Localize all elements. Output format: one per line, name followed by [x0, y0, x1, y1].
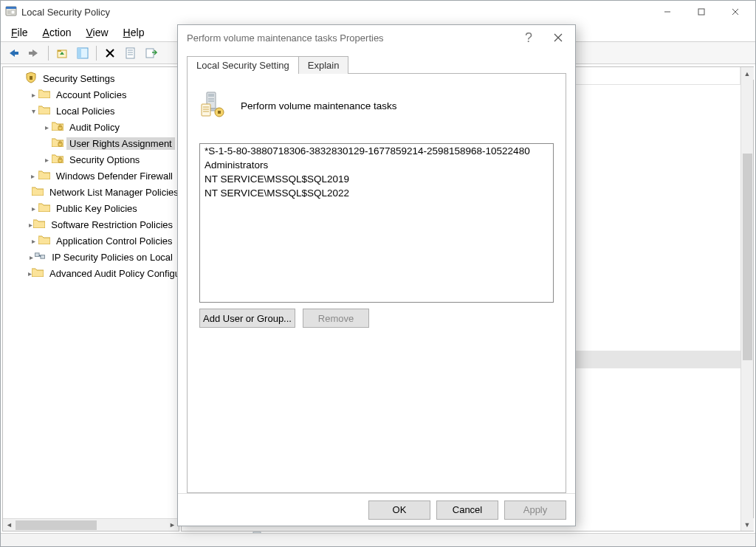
user-entry[interactable]: Administrators — [200, 158, 553, 172]
menu-action[interactable]: Action — [35, 25, 79, 40]
chevron-down-icon[interactable]: ▾ — [28, 107, 38, 115]
dialog-titlebar: Perform volume maintenance tasks Propert… — [178, 25, 575, 50]
dialog-close-button[interactable] — [546, 28, 571, 47]
tab-local-security-setting[interactable]: Local Security Setting — [187, 56, 299, 74]
tree-hscrollbar[interactable]: ◄ ► — [3, 518, 179, 531]
svg-rect-23 — [30, 76, 32, 80]
back-button[interactable] — [5, 44, 23, 62]
ok-button[interactable]: OK — [368, 500, 430, 520]
scroll-up-icon[interactable]: ▲ — [741, 67, 754, 80]
svg-rect-1 — [6, 7, 16, 9]
tree-item[interactable]: ▸Account Policies — [4, 86, 179, 103]
tab-panel: Perform volume maintenance tasks *S-1-5-… — [187, 74, 566, 493]
window-title: Local Security Policy — [21, 7, 110, 18]
tree-item[interactable]: ▸Software Restriction Policies — [4, 216, 179, 233]
chevron-right-icon[interactable]: ▸ — [41, 123, 52, 131]
user-entry[interactable]: *S-1-5-80-3880718306-3832830129-16778592… — [200, 144, 553, 158]
tab-explain[interactable]: Explain — [298, 56, 349, 74]
user-entry[interactable]: NT SERVICE\MSSQL$SQL2019 — [200, 172, 553, 186]
folder-icon — [38, 89, 53, 100]
chevron-right-icon[interactable]: ▸ — [28, 91, 38, 99]
tree-item[interactable]: ▸Network List Manager Policies — [4, 184, 179, 200]
window-controls — [650, 1, 752, 23]
tree-item[interactable]: ▸Advanced Audit Policy Configuration — [4, 265, 179, 281]
svg-rect-2 — [7, 10, 10, 14]
minimize-button[interactable] — [650, 1, 684, 23]
properties-dialog: Perform volume maintenance tasks Propert… — [177, 24, 576, 526]
user-buttons: Add User or Group... Remove — [199, 309, 554, 328]
tree-item[interactable]: ▸Audit Policy — [4, 119, 179, 135]
svg-rect-9 — [14, 52, 18, 55]
properties-button[interactable] — [122, 44, 140, 62]
tree-root-label: Security Settings — [40, 72, 118, 85]
maximize-button[interactable] — [684, 1, 718, 23]
chevron-right-icon[interactable]: ▸ — [28, 172, 38, 180]
export-button[interactable] — [142, 44, 160, 62]
folder-icon — [32, 186, 47, 198]
tree-item-label: Public Key Policies — [53, 202, 140, 215]
tree-item[interactable]: ▸Security Options — [4, 151, 179, 168]
svg-rect-5 — [698, 9, 704, 15]
dialog-body: Local Security Setting Explain — [178, 50, 575, 493]
dialog-title: Perform volume maintenance tasks Propert… — [187, 32, 384, 44]
svg-rect-38 — [208, 94, 214, 97]
chevron-right-icon[interactable]: ▸ — [28, 253, 34, 261]
user-entry[interactable]: NT SERVICE\MSSQL$SQL2022 — [200, 186, 553, 200]
tree-item-label: Security Options — [66, 154, 142, 166]
tree-pane[interactable]: ► Security Settings ▸Account Policies▾Lo… — [2, 66, 179, 531]
close-button[interactable] — [718, 1, 752, 23]
folder-icon — [38, 202, 53, 214]
svg-rect-42 — [202, 104, 210, 116]
add-user-button[interactable]: Add User or Group... — [199, 309, 295, 328]
svg-rect-13 — [58, 50, 61, 52]
users-listbox[interactable]: *S-1-5-80-3880718306-3832830129-16778592… — [199, 143, 554, 303]
tree-item-label: Application Control Policies — [53, 235, 176, 247]
chevron-right-icon[interactable]: ▸ — [28, 221, 33, 229]
dialog-footer: OK Cancel Apply — [178, 493, 575, 526]
list-vscrollbar[interactable]: ▲ ▼ — [740, 67, 753, 531]
cancel-button[interactable]: Cancel — [436, 500, 498, 520]
tree-item[interactable]: ▸Public Key Policies — [4, 200, 179, 216]
svg-rect-11 — [29, 52, 33, 55]
help-button[interactable]: ? — [520, 30, 537, 46]
remove-user-button[interactable]: Remove — [303, 309, 369, 328]
tree-item-label: Software Restriction Policies — [48, 219, 176, 231]
menu-help[interactable]: Help — [116, 25, 152, 40]
tree: ► Security Settings ▸Account Policies▾Lo… — [3, 67, 179, 284]
delete-button[interactable] — [101, 44, 119, 62]
folder-icon — [33, 219, 48, 230]
folder-lock-icon — [52, 154, 66, 165]
folder-icon — [38, 235, 53, 247]
tree-item[interactable]: ▸User Rights Assignment — [4, 135, 179, 151]
tree-item[interactable]: ▸Windows Defender Firewall — [4, 168, 179, 184]
chevron-right-icon[interactable]: ▸ — [28, 237, 38, 245]
folder-icon — [32, 267, 47, 279]
chevron-right-icon[interactable]: ▸ — [41, 156, 52, 164]
svg-rect-30 — [35, 253, 40, 257]
up-button[interactable] — [53, 44, 71, 62]
policy-name: Perform volume maintenance tasks — [241, 100, 397, 111]
scroll-down-icon[interactable]: ▼ — [741, 518, 754, 531]
svg-rect-47 — [218, 111, 221, 114]
menu-view[interactable]: View — [79, 25, 116, 40]
show-hide-tree-button[interactable] — [74, 44, 92, 62]
scroll-thumb[interactable] — [16, 520, 97, 530]
policy-icon — [199, 89, 230, 123]
tree-item-label: Audit Policy — [66, 121, 123, 134]
svg-rect-31 — [41, 255, 45, 259]
forward-button[interactable] — [26, 44, 44, 62]
tree-item[interactable]: ▸IP Security Policies on Local — [4, 249, 179, 265]
scroll-left-icon[interactable]: ◄ — [3, 519, 16, 531]
tree-item[interactable]: ▾Local Policies — [4, 103, 179, 119]
app-icon — [5, 5, 17, 19]
svg-rect-39 — [208, 98, 214, 100]
tree-item-label: Account Policies — [53, 89, 129, 101]
tree-root[interactable]: ► Security Settings — [4, 70, 179, 86]
menu-file[interactable]: File — [4, 25, 35, 40]
chevron-right-icon[interactable]: ▸ — [28, 204, 38, 213]
svg-marker-8 — [10, 49, 15, 57]
scroll-thumb[interactable] — [743, 154, 752, 360]
apply-button[interactable]: Apply — [504, 500, 566, 520]
tree-item-label: Advanced Audit Policy Configuration — [47, 267, 179, 280]
tree-item[interactable]: ▸Application Control Policies — [4, 233, 179, 249]
